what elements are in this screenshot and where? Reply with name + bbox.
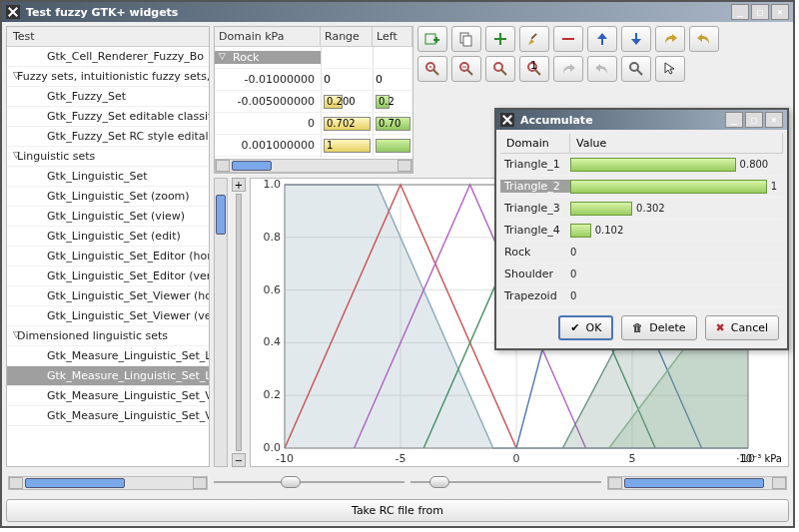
zoom-slider-2[interactable] xyxy=(410,474,601,490)
tree-item[interactable]: Gtk_Measure_Linguistic_Set_V xyxy=(7,386,209,406)
minus-button[interactable] xyxy=(553,26,583,52)
table-cell[interactable]: 0 xyxy=(373,69,412,90)
table-scrollbar[interactable] xyxy=(215,159,412,173)
dialog-minimize-button[interactable]: _ xyxy=(725,112,743,128)
dialog-row[interactable]: Trapezoid0 xyxy=(500,285,783,307)
zoom-slider-1[interactable] xyxy=(214,474,404,490)
table-cell[interactable]: 0 xyxy=(215,117,321,130)
svg-text:0.4: 0.4 xyxy=(264,335,282,348)
table-cell[interactable] xyxy=(373,135,412,156)
tree-item[interactable]: Dimensioned linguistic sets xyxy=(7,326,209,346)
copy-button[interactable] xyxy=(451,26,481,52)
dialog-row[interactable]: Rock0 xyxy=(500,242,783,264)
dialog-row[interactable]: Triangle_10.800 xyxy=(500,154,783,176)
undo-button[interactable] xyxy=(689,26,719,52)
find-button[interactable] xyxy=(621,56,651,82)
titlebar[interactable]: Test fuzzy GTK+ widgets _ □ × xyxy=(2,2,793,22)
maximize-button[interactable]: □ xyxy=(751,4,769,20)
tree-item[interactable]: Gtk_Fuzzy_Set RC style edital xyxy=(7,127,209,147)
zoom-in-button[interactable] xyxy=(417,56,447,82)
dialog-maximize-button[interactable]: □ xyxy=(745,112,763,128)
svg-text:0: 0 xyxy=(513,452,520,465)
tree-item[interactable]: Gtk_Measure_Linguistic_Set_L xyxy=(7,346,209,366)
table-cell[interactable]: 0 xyxy=(321,69,373,90)
pointer-button[interactable] xyxy=(655,56,685,82)
table-cell[interactable]: 0.702 xyxy=(321,113,373,134)
zoom-out-icon[interactable]: − xyxy=(232,453,246,467)
dialog-close-button[interactable]: × xyxy=(765,112,783,128)
dialog-col-domain[interactable]: Domain xyxy=(500,134,570,153)
tree-item[interactable]: Gtk_Fuzzy_Set xyxy=(7,87,209,107)
zoom-out-button[interactable] xyxy=(451,56,481,82)
tree-item[interactable]: Gtk_Cell_Renderer_Fuzzy_Bo xyxy=(7,47,209,67)
table-cell[interactable]: -0.01000000 xyxy=(215,73,321,86)
tree-item[interactable]: Gtk_Linguistic_Set_Viewer (ho xyxy=(7,286,209,306)
svg-text:0.0: 0.0 xyxy=(264,441,282,454)
table-header-domain[interactable]: Domain kPa xyxy=(215,27,321,46)
tree-item[interactable]: Gtk_Fuzzy_Set editable classif xyxy=(7,107,209,127)
tree-item[interactable]: Gtk_Linguistic_Set xyxy=(7,167,209,187)
take-rc-button[interactable]: Take RC file from xyxy=(6,499,789,522)
brush-button[interactable] xyxy=(519,26,549,52)
tree-view[interactable]: Gtk_Cell_Renderer_Fuzzy_BoFuzzy sets, in… xyxy=(7,47,209,466)
redo-button[interactable] xyxy=(655,26,685,52)
zoom-reset-button[interactable]: 1 xyxy=(519,56,549,82)
table-header-left[interactable]: Left xyxy=(373,27,412,46)
sidebar-hscrollbar[interactable] xyxy=(8,476,208,490)
zoom-in-icon[interactable]: + xyxy=(232,178,246,192)
arrow-down-button[interactable] xyxy=(621,26,651,52)
vzoom-slider[interactable]: + − xyxy=(230,178,248,467)
svg-text:1: 1 xyxy=(530,61,537,72)
delete-button[interactable]: 🗑Delete xyxy=(621,315,696,340)
dialog-row[interactable]: Triangle_40.102 xyxy=(500,220,783,242)
table-cell[interactable]: 0.001000000 xyxy=(215,139,321,152)
dialog-row[interactable]: Triangle_30.302 xyxy=(500,198,783,220)
svg-point-14 xyxy=(630,63,638,71)
svg-text:-5: -5 xyxy=(396,452,406,465)
tree-item[interactable]: Gtk_Linguistic_Set (edit) xyxy=(7,227,209,247)
zoom-fit-button[interactable] xyxy=(485,56,515,82)
ok-button[interactable]: ✔OK xyxy=(558,315,613,340)
dialog-row[interactable]: Triangle_21 xyxy=(500,176,783,198)
svg-text:5: 5 xyxy=(629,452,636,465)
tree-item[interactable]: Gtk_Linguistic_Set_Editor (hor xyxy=(7,247,209,266)
svg-text:1.0: 1.0 xyxy=(264,179,282,191)
add-child-button[interactable] xyxy=(417,26,447,52)
redo2-button[interactable] xyxy=(553,56,583,82)
chart-vscrollbar[interactable] xyxy=(214,178,228,467)
sidebar: Test Gtk_Cell_Renderer_Fuzzy_BoFuzzy set… xyxy=(6,26,210,467)
x-unit: ·10⁻³ kPa xyxy=(736,453,782,464)
dialog-titlebar[interactable]: Accumulate _ □ × xyxy=(496,110,787,130)
cancel-icon: ✖ xyxy=(716,321,725,334)
dialog-row[interactable]: Shoulder0 xyxy=(500,264,783,285)
cancel-button[interactable]: ✖Cancel xyxy=(705,315,779,340)
table-cell[interactable]: 0.200 xyxy=(321,91,373,112)
table-cell[interactable]: 1 xyxy=(321,135,373,156)
plus-button[interactable] xyxy=(485,26,515,52)
tree-item[interactable]: Gtk_Linguistic_Set_Viewer (ve xyxy=(7,306,209,326)
svg-line-8 xyxy=(467,70,472,75)
chart-hscrollbar[interactable] xyxy=(607,476,787,490)
tree-item[interactable]: Gtk_Measure_Linguistic_Set_L xyxy=(7,366,209,386)
tree-item[interactable]: Gtk_Linguistic_Set (view) xyxy=(7,207,209,227)
minimize-button[interactable]: _ xyxy=(731,4,749,20)
close-button[interactable]: × xyxy=(771,4,789,20)
table-header-range[interactable]: Range xyxy=(321,27,373,46)
tree-item[interactable]: Linguistic sets xyxy=(7,147,209,167)
sidebar-header: Test xyxy=(7,27,209,47)
dialog-title: Accumulate xyxy=(520,114,593,127)
arrow-up-button[interactable] xyxy=(587,26,617,52)
undo2-button[interactable] xyxy=(587,56,617,82)
tree-item[interactable]: Gtk_Measure_Linguistic_Set_V xyxy=(7,406,209,426)
table-cell[interactable]: 0.2 xyxy=(373,91,412,112)
table-cell[interactable]: 0.70 xyxy=(373,113,412,134)
svg-rect-2 xyxy=(463,36,471,46)
svg-rect-4 xyxy=(562,38,574,40)
table-group[interactable]: Rock xyxy=(215,51,321,64)
dialog-col-value[interactable]: Value xyxy=(570,134,783,153)
tree-item[interactable]: Gtk_Linguistic_Set (zoom) xyxy=(7,187,209,207)
tree-item[interactable]: Fuzzy sets, intuitionistic fuzzy sets, xyxy=(7,67,209,87)
table-cell[interactable]: -0.005000000 xyxy=(215,95,321,108)
tree-item[interactable]: Gtk_Linguistic_Set_Editor (ver xyxy=(7,266,209,286)
check-icon: ✔ xyxy=(570,321,579,334)
